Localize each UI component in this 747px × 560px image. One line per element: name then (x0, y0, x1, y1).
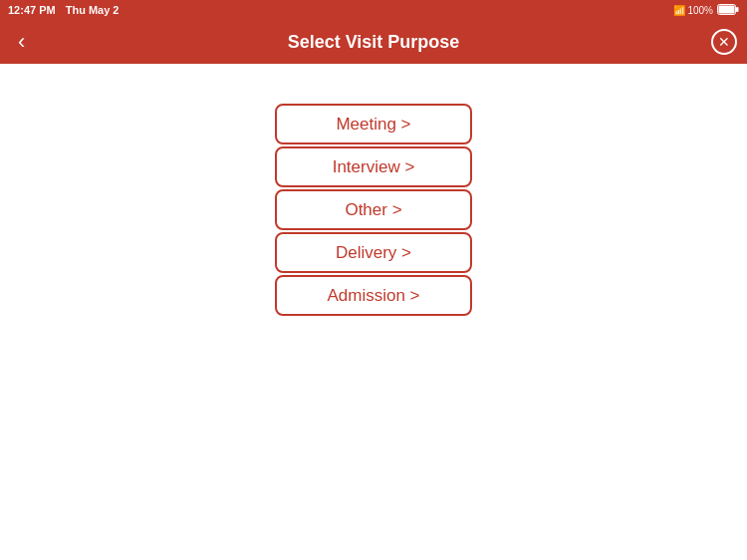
purpose-label-delivery: Delivery > (336, 243, 411, 263)
purpose-button-delivery[interactable]: Delivery > (275, 232, 472, 273)
svg-rect-1 (719, 5, 735, 13)
purpose-button-interview[interactable]: Interview > (275, 146, 472, 187)
page-title: Select Visit Purpose (288, 32, 460, 53)
purpose-label-interview: Interview > (333, 157, 415, 177)
battery-icon (717, 4, 739, 17)
status-bar-right: 📶 100% (673, 4, 739, 17)
main-content: Meeting >Interview >Other >Delivery >Adm… (0, 64, 747, 560)
purpose-label-meeting: Meeting > (336, 115, 410, 135)
purpose-button-meeting[interactable]: Meeting > (275, 104, 472, 144)
purpose-button-admission[interactable]: Admission > (275, 275, 472, 316)
nav-bar: ‹ Select Visit Purpose ✕ (0, 20, 747, 64)
purpose-label-admission: Admission > (327, 286, 419, 306)
status-time: 12:47 PM (8, 4, 56, 16)
status-bar: 12:47 PM Thu May 2 📶 100% (0, 0, 747, 20)
close-button[interactable]: ✕ (711, 29, 737, 55)
signal-icon: 📶 100% (673, 5, 713, 16)
back-button[interactable]: ‹ (10, 27, 33, 57)
status-day: Thu May 2 (66, 4, 120, 16)
close-icon: ✕ (718, 34, 730, 50)
status-bar-left: 12:47 PM Thu May 2 (8, 4, 120, 16)
svg-rect-2 (736, 7, 739, 12)
purpose-label-other: Other > (345, 200, 401, 220)
purpose-button-other[interactable]: Other > (275, 189, 472, 230)
